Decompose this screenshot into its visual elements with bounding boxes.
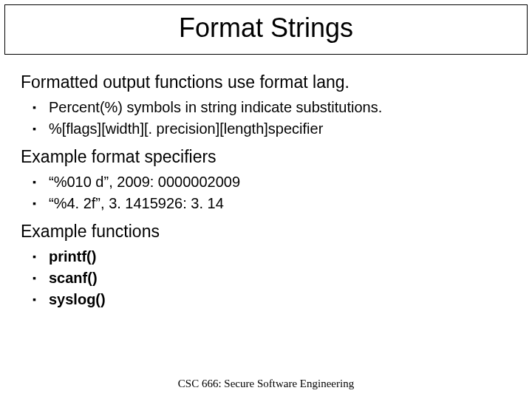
list-item: “%4. 2f”, 3. 1415926: 3. 14 [49, 193, 519, 214]
example-functions-list: printf() scanf() syslog() [21, 246, 519, 310]
list-item: %[flags][width][. precision][length]spec… [49, 118, 519, 140]
slide-title-box: Format Strings [4, 4, 528, 55]
list-item: syslog() [49, 289, 519, 310]
example-specifiers-list: “%010 d”, 2009: 0000002009 “%4. 2f”, 3. … [21, 171, 519, 214]
section-heading-example-functions: Example functions [21, 222, 519, 242]
list-item: printf() [49, 246, 519, 267]
slide-footer: CSC 666: Secure Software Engineering [0, 378, 532, 390]
list-item: scanf() [49, 267, 519, 289]
slide-body: Formatted output functions use format la… [0, 55, 532, 310]
list-item: Percent(%) symbols in string indicate su… [49, 97, 519, 118]
section-heading-example-specifiers: Example format specifiers [21, 147, 519, 167]
slide-title: Format Strings [5, 13, 527, 44]
list-item: “%010 d”, 2009: 0000002009 [49, 171, 519, 193]
format-lang-list: Percent(%) symbols in string indicate su… [21, 97, 519, 140]
section-heading-format-lang: Formatted output functions use format la… [21, 72, 519, 92]
